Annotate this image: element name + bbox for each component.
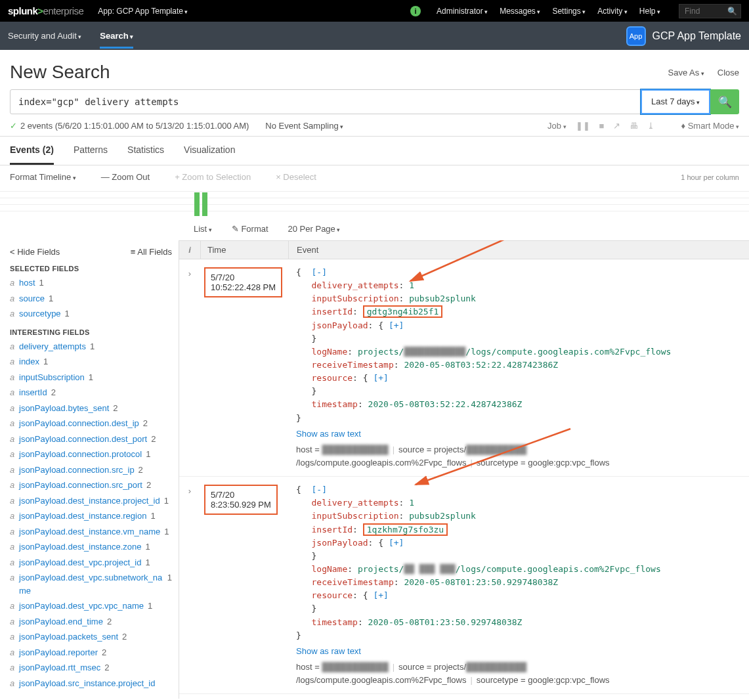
nav-security-audit[interactable]: Security and Audit xyxy=(8,23,81,49)
field-name[interactable]: jsonPayload.dest_vpc.project_id xyxy=(19,556,141,569)
field-name[interactable]: inputSubscription xyxy=(19,371,85,384)
field-row[interactable]: ajsonPayload.dest_instance.region1 xyxy=(10,510,172,523)
field-row[interactable]: ainsertId2 xyxy=(10,386,172,399)
field-name[interactable]: jsonPayload.rtt_msec xyxy=(19,661,100,674)
field-row[interactable]: ajsonPayload.dest_vpc.project_id1 xyxy=(10,556,172,569)
menu-help[interactable]: Help xyxy=(639,7,660,16)
field-name[interactable]: index xyxy=(19,355,39,368)
show-raw-text-link[interactable]: Show as raw text xyxy=(296,645,741,658)
close-button[interactable]: Close xyxy=(717,68,739,77)
export-icon[interactable]: ⤓ xyxy=(647,121,654,131)
tab-statistics[interactable]: Statistics xyxy=(127,137,164,165)
field-name[interactable]: jsonPayload.dest_instance.zone xyxy=(19,540,141,554)
list-view-dropdown[interactable]: List xyxy=(194,224,212,234)
field-name[interactable]: jsonPayload.bytes_sent xyxy=(19,402,109,415)
field-name[interactable]: host xyxy=(19,276,35,290)
field-row[interactable]: ajsonPayload.dest_instance.project_id1 xyxy=(10,494,172,508)
field-row[interactable]: ajsonPayload.connection.dest_ip2 xyxy=(10,417,172,430)
info-icon[interactable]: i xyxy=(410,6,421,16)
stop-icon[interactable]: ■ xyxy=(599,121,605,131)
all-fields-button[interactable]: ≡ All Fields xyxy=(131,247,172,257)
print-icon[interactable]: 🖶 xyxy=(630,121,638,131)
event-sampling-dropdown[interactable]: No Event Sampling xyxy=(265,121,343,131)
field-name[interactable]: jsonPayload.connection.src_ip xyxy=(19,464,135,477)
per-page-dropdown[interactable]: 20 Per Page xyxy=(288,224,341,234)
field-row[interactable]: ajsonPayload.end_time2 xyxy=(10,615,172,628)
field-name[interactable]: jsonPayload.dest_instance.region xyxy=(19,510,146,523)
field-name[interactable]: jsonPayload.dest_instance.project_id xyxy=(19,494,160,508)
field-row[interactable]: ajsonPayload.dest_instance.vm_name1 xyxy=(10,525,172,538)
expand-icon[interactable]: [+] xyxy=(389,538,404,548)
search-button[interactable]: 🔍 xyxy=(710,89,739,114)
timeline-bar[interactable] xyxy=(194,192,200,216)
field-row[interactable]: ajsonPayload.dest_vpc.vpc_name1 xyxy=(10,600,172,613)
timeline[interactable] xyxy=(0,186,749,217)
menu-messages[interactable]: Messages xyxy=(500,7,540,16)
format-timeline-button[interactable]: Format Timeline xyxy=(10,172,76,182)
field-row[interactable]: ajsonPayload.connection.src_port2 xyxy=(10,479,172,492)
time-range-picker[interactable]: Last 7 days xyxy=(641,89,710,114)
field-name[interactable]: jsonPayload.reporter xyxy=(19,646,98,659)
field-row[interactable]: ahost1 xyxy=(10,276,172,290)
expand-row-icon[interactable]: › xyxy=(179,265,200,471)
field-name[interactable]: insertId xyxy=(19,386,47,399)
field-row[interactable]: asource1 xyxy=(10,292,172,305)
search-input[interactable] xyxy=(10,89,641,114)
field-row[interactable]: ajsonPayload.connection.src_ip2 xyxy=(10,464,172,477)
field-row[interactable]: ajsonPayload.connection.protocol1 xyxy=(10,448,172,461)
field-row[interactable]: ajsonPayload.packets_sent2 xyxy=(10,630,172,644)
field-name[interactable]: jsonPayload.connection.protocol xyxy=(19,448,142,461)
pause-icon[interactable]: ❚❚ xyxy=(576,121,590,131)
field-name[interactable]: delivery_attempts xyxy=(19,340,86,353)
field-name[interactable]: jsonPayload.connection.src_port xyxy=(19,479,142,492)
tab-patterns[interactable]: Patterns xyxy=(74,137,108,165)
field-row[interactable]: ajsonPayload.bytes_sent2 xyxy=(10,402,172,415)
field-name[interactable]: jsonPayload.connection.dest_port xyxy=(19,433,147,446)
expand-icon[interactable]: [+] xyxy=(373,373,388,383)
share-icon[interactable]: ↗ xyxy=(613,121,620,131)
field-row[interactable]: asourcetype1 xyxy=(10,307,172,320)
expand-icon[interactable]: [+] xyxy=(389,320,404,330)
expand-row-icon[interactable]: › xyxy=(179,482,200,688)
field-type-icon: a xyxy=(10,556,19,569)
field-row[interactable]: ajsonPayload.rtt_msec2 xyxy=(10,661,172,674)
smart-mode-dropdown[interactable]: ♦ Smart Mode xyxy=(681,121,739,131)
collapse-icon[interactable]: [-] xyxy=(311,485,326,494)
col-time[interactable]: Time xyxy=(200,241,288,259)
menu-settings[interactable]: Settings xyxy=(552,7,586,16)
splunk-logo[interactable]: splunk>enterprise xyxy=(8,5,83,16)
field-row[interactable]: ajsonPayload.dest_instance.zone1 xyxy=(10,540,172,554)
show-raw-text-link[interactable]: Show as raw text xyxy=(296,427,741,441)
field-name[interactable]: jsonPayload.end_time xyxy=(19,615,103,628)
menu-administrator[interactable]: Administrator xyxy=(437,7,488,16)
expand-icon[interactable]: [+] xyxy=(373,590,388,600)
job-dropdown[interactable]: Job xyxy=(547,121,566,131)
field-name[interactable]: jsonPayload.dest_vpc.subnetwork_name xyxy=(19,571,163,597)
field-name[interactable]: sourcetype xyxy=(19,307,61,320)
search-icon[interactable]: 🔍 xyxy=(727,7,737,16)
field-name[interactable]: jsonPayload.packets_sent xyxy=(19,630,118,644)
field-row[interactable]: adelivery_attempts1 xyxy=(10,340,172,353)
nav-search[interactable]: Search xyxy=(100,23,133,49)
hide-fields-button[interactable]: < Hide Fields xyxy=(10,247,60,257)
collapse-icon[interactable]: [-] xyxy=(311,267,326,277)
save-as-button[interactable]: Save As xyxy=(668,68,704,77)
menu-activity[interactable]: Activity xyxy=(597,7,628,16)
field-name[interactable]: jsonPayload.connection.dest_ip xyxy=(19,417,139,430)
field-name[interactable]: jsonPayload.dest_instance.vm_name xyxy=(19,525,160,538)
field-name[interactable]: jsonPayload.src_instance.project_id xyxy=(19,677,155,690)
zoom-out-button[interactable]: — Zoom Out xyxy=(101,172,150,182)
tab-visualization[interactable]: Visualization xyxy=(184,137,235,165)
field-row[interactable]: ajsonPayload.reporter2 xyxy=(10,646,172,659)
tab-events[interactable]: Events (2) xyxy=(10,137,54,165)
field-row[interactable]: ajsonPayload.connection.dest_port2 xyxy=(10,433,172,446)
timeline-bar[interactable] xyxy=(202,192,207,216)
field-row[interactable]: ajsonPayload.src_instance.project_id xyxy=(10,677,172,690)
field-row[interactable]: ainputSubscription1 xyxy=(10,371,172,384)
field-row[interactable]: ajsonPayload.dest_vpc.subnetwork_name1 xyxy=(10,571,172,597)
field-name[interactable]: jsonPayload.dest_vpc.vpc_name xyxy=(19,600,144,613)
field-row[interactable]: aindex1 xyxy=(10,355,172,368)
app-context-dropdown[interactable]: App: GCP App Template xyxy=(98,7,188,16)
format-button[interactable]: ✎ Format xyxy=(232,224,268,234)
field-name[interactable]: source xyxy=(19,292,45,305)
